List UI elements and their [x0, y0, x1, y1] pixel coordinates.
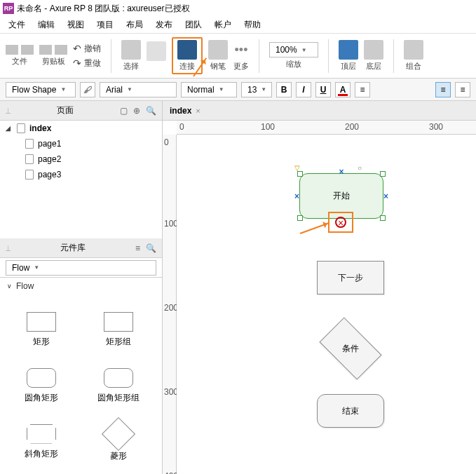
align-center-button[interactable]: ≡ [455, 82, 470, 97]
add-page-icon[interactable]: ⊕ [133, 106, 140, 116]
lib-item-rect-group[interactable]: 矩形组 [80, 302, 157, 358]
new-icon [6, 45, 18, 55]
line-height-button[interactable]: ≡ [355, 82, 370, 97]
resize-handle[interactable] [297, 171, 303, 177]
connect-icon [177, 40, 197, 60]
tb-clipboard-group[interactable]: 剪贴板 [39, 45, 67, 67]
font-combo[interactable]: Arial▼ [100, 82, 177, 97]
tb-select2[interactable] [147, 41, 166, 71]
menu-file[interactable]: 文件 [8, 19, 25, 31]
rect-icon [27, 312, 56, 332]
library-panel-header: ⟂ 元件库 ≡ 🔍 [0, 238, 162, 258]
menu-help[interactable]: 帮助 [244, 19, 261, 31]
tb-group[interactable]: 组合 [404, 40, 423, 72]
node-next[interactable]: 下一步 [317, 261, 384, 294]
design-canvas[interactable]: 开始 × × × ▽ ○ × 下一步 条件 结束 [177, 135, 476, 474]
menu-view[interactable]: 视图 [67, 19, 84, 31]
tb-zoom[interactable]: 100%▼ 缩放 [269, 42, 318, 69]
page-icon [25, 170, 34, 180]
canvas-tabrow: index × [163, 101, 476, 121]
round-rect-icon [27, 368, 56, 388]
menu-project[interactable]: 项目 [97, 19, 114, 31]
lib-item-bevel-rect[interactable]: 斜角矩形 [3, 414, 80, 470]
pin-icon[interactable]: ⟂ [6, 243, 11, 253]
rotate-handle-icon[interactable]: ▽ [294, 164, 300, 172]
open-icon [21, 45, 34, 55]
resize-handle[interactable] [380, 171, 386, 177]
copy-icon [55, 45, 67, 55]
more-icon: ••• [235, 40, 248, 60]
back-icon [364, 40, 383, 60]
lib-item-diamond[interactable]: 菱形 [80, 414, 157, 470]
node-condition[interactable] [319, 317, 381, 379]
bold-button[interactable]: B [276, 82, 292, 97]
round-rect-stack-icon [104, 368, 133, 388]
tree-item[interactable]: page2 [0, 151, 162, 167]
tb-front[interactable]: 顶层 [339, 40, 358, 72]
tb-file-group[interactable]: 文件 [6, 45, 34, 67]
search-pages-icon[interactable]: 🔍 [146, 106, 156, 116]
page-icon [25, 139, 34, 149]
lib-search-icon[interactable]: 🔍 [146, 243, 156, 253]
expand-icon[interactable]: ◢ [6, 125, 13, 132]
canvas-tab[interactable]: index [170, 106, 191, 116]
main-toolbar: 文件 剪贴板 ↶撤销 ↷重做 选择 连接 钢笔 ••• 更多 100%▼ 缩放 … [0, 34, 476, 79]
page-icon [17, 123, 25, 133]
pin-icon[interactable]: ⟂ [6, 106, 11, 116]
zoom-combo[interactable]: 100%▼ [269, 42, 318, 57]
text-color-button[interactable]: A [335, 82, 351, 97]
tb-file-label: 文件 [12, 56, 27, 67]
library-category-header[interactable]: ∨Flow [0, 278, 162, 294]
lib-menu-icon[interactable]: ≡ [135, 243, 140, 253]
add-folder-icon[interactable]: ▢ [120, 106, 128, 116]
menu-account[interactable]: 帐户 [215, 19, 231, 31]
underline-button[interactable]: U [315, 82, 331, 97]
menu-layout[interactable]: 布局 [126, 19, 143, 31]
cut-icon [39, 45, 52, 55]
tree-item[interactable]: page3 [0, 167, 162, 182]
tb-clipboard-label: 剪贴板 [42, 56, 65, 67]
weight-combo[interactable]: Normal▼ [181, 82, 237, 97]
resize-handle[interactable] [297, 215, 303, 221]
bevel-rect-icon [27, 424, 56, 444]
library-list: ∨Flow 矩形 矩形组 圆角矩形 圆角矩形组 斜角矩形 菱形 [0, 278, 162, 474]
menubar: 文件 编辑 视图 项目 布局 发布 团队 帐户 帮助 [0, 17, 476, 34]
titlebar: RP 未命名 - Axure RP 8 团队版 : axureuser已授权 [0, 0, 476, 17]
group-icon [404, 40, 423, 60]
undo-button[interactable]: ↶撤销 [73, 43, 101, 55]
callout-box: × [328, 212, 353, 233]
lib-item-round-rect[interactable]: 圆角矩形 [3, 358, 80, 414]
tb-select[interactable]: 选择 [121, 40, 141, 72]
lib-item-round-rect-group[interactable]: 圆角矩形组 [80, 358, 157, 414]
menu-publish[interactable]: 发布 [156, 19, 172, 31]
tree-item[interactable]: page1 [0, 136, 162, 151]
rotate-handle-icon[interactable]: ○ [358, 164, 362, 172]
library-panel-title: 元件库 [60, 242, 86, 254]
size-combo[interactable]: 13▼ [241, 82, 272, 97]
redo-button[interactable]: ↷重做 [73, 57, 101, 69]
connection-point-highlight-icon[interactable]: × [335, 217, 346, 228]
callout-arrow-icon [300, 222, 329, 234]
tb-back[interactable]: 底层 [364, 40, 383, 72]
tab-close-icon[interactable]: × [196, 107, 200, 115]
tb-more[interactable]: ••• 更多 [233, 40, 249, 72]
resize-handle[interactable] [380, 215, 386, 221]
pen-icon [208, 40, 228, 60]
italic-button[interactable]: I [296, 82, 311, 97]
connection-point[interactable]: × [294, 191, 299, 201]
menu-edit[interactable]: 编辑 [38, 19, 55, 31]
tree-root[interactable]: ◢ index [0, 121, 162, 136]
paint-format-button[interactable]: 🖌 [80, 82, 95, 97]
connection-point[interactable]: × [339, 167, 344, 177]
lib-item-rect[interactable]: 矩形 [3, 302, 80, 358]
tb-pen[interactable]: 钢笔 [208, 40, 228, 72]
align-left-button[interactable]: ≡ [435, 82, 451, 97]
select-icon [121, 40, 141, 60]
library-select-combo[interactable]: Flow▼ [6, 260, 156, 276]
node-end[interactable]: 结束 [317, 394, 384, 428]
format-toolbar: Flow Shape▼ 🖌 Arial▼ Normal▼ 13▼ B I U A… [0, 79, 476, 101]
pages-panel-header: ⟂ 页面 ▢ ⊕ 🔍 [0, 101, 162, 121]
connection-point[interactable]: × [383, 191, 388, 201]
menu-team[interactable]: 团队 [185, 19, 202, 31]
shape-type-combo[interactable]: Flow Shape▼ [6, 82, 76, 97]
